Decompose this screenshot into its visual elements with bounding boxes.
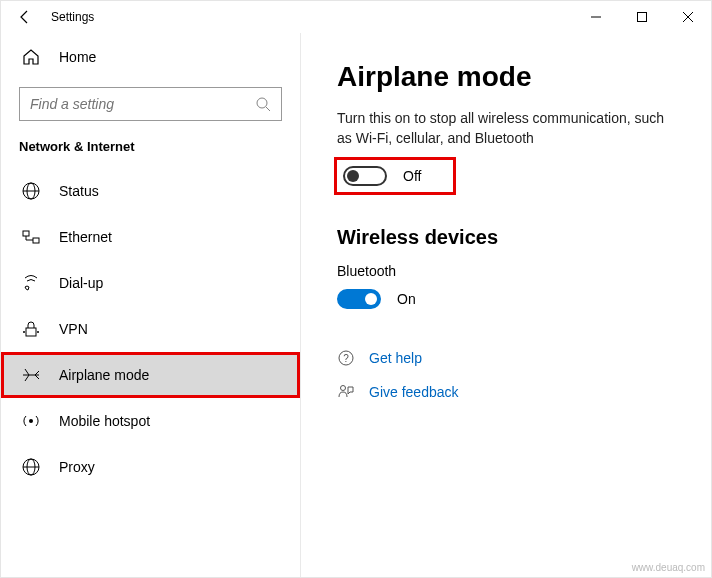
- home-icon: [21, 47, 41, 67]
- home-nav[interactable]: Home: [1, 37, 300, 77]
- sidebar-item-airplane[interactable]: Airplane mode: [1, 352, 300, 398]
- globe-icon: [21, 181, 41, 201]
- sidebar-item-dialup[interactable]: Dial-up: [1, 260, 300, 306]
- sidebar-item-label: Proxy: [41, 459, 95, 475]
- search-input[interactable]: [19, 87, 282, 121]
- feedback-icon: [337, 383, 355, 401]
- minimize-button[interactable]: [573, 1, 619, 33]
- sidebar-item-label: Ethernet: [41, 229, 112, 245]
- airplane-toggle-label: Off: [403, 168, 421, 184]
- bluetooth-label: Bluetooth: [337, 263, 675, 279]
- category-header: Network & Internet: [1, 139, 300, 168]
- svg-line-5: [266, 107, 270, 111]
- svg-point-12: [23, 331, 25, 333]
- bluetooth-toggle-label: On: [397, 291, 416, 307]
- window-title: Settings: [47, 10, 94, 24]
- vpn-icon: [21, 319, 41, 339]
- help-icon: ?: [337, 349, 355, 367]
- hotspot-icon: [21, 411, 41, 431]
- page-description: Turn this on to stop all wireless commun…: [337, 109, 675, 148]
- sidebar-item-label: Dial-up: [41, 275, 103, 291]
- feedback-text: Give feedback: [369, 384, 459, 400]
- sidebar-item-vpn[interactable]: VPN: [1, 306, 300, 352]
- svg-point-13: [37, 331, 39, 333]
- get-help-link[interactable]: ? Get help: [337, 349, 675, 367]
- svg-text:?: ?: [343, 353, 349, 364]
- airplane-toggle-group: Off: [337, 160, 453, 192]
- search-icon: [255, 96, 271, 112]
- proxy-icon: [21, 457, 41, 477]
- sidebar: Home Network & Internet Status Ethernet: [1, 33, 301, 577]
- svg-rect-11: [26, 328, 36, 336]
- sidebar-item-label: Status: [41, 183, 99, 199]
- bluetooth-toggle[interactable]: [337, 289, 381, 309]
- svg-point-20: [341, 386, 346, 391]
- page-title: Airplane mode: [337, 61, 675, 93]
- svg-rect-1: [638, 13, 647, 22]
- back-button[interactable]: [3, 1, 47, 33]
- sidebar-item-ethernet[interactable]: Ethernet: [1, 214, 300, 260]
- maximize-button[interactable]: [619, 1, 665, 33]
- dialup-icon: [21, 273, 41, 293]
- content-pane: Airplane mode Turn this on to stop all w…: [301, 33, 711, 577]
- close-button[interactable]: [665, 1, 711, 33]
- home-label: Home: [41, 49, 96, 65]
- svg-point-14: [29, 419, 33, 423]
- svg-rect-10: [33, 238, 39, 243]
- watermark: www.deuaq.com: [632, 562, 705, 573]
- svg-point-4: [257, 98, 267, 108]
- sidebar-item-label: VPN: [41, 321, 88, 337]
- airplane-toggle[interactable]: [343, 166, 387, 186]
- sidebar-item-label: Airplane mode: [41, 367, 149, 383]
- sidebar-item-hotspot[interactable]: Mobile hotspot: [1, 398, 300, 444]
- wireless-heading: Wireless devices: [337, 226, 675, 249]
- airplane-icon: [21, 365, 41, 385]
- sidebar-item-status[interactable]: Status: [1, 168, 300, 214]
- sidebar-item-proxy[interactable]: Proxy: [1, 444, 300, 490]
- ethernet-icon: [21, 227, 41, 247]
- get-help-text: Get help: [369, 350, 422, 366]
- search-field[interactable]: [30, 96, 255, 112]
- sidebar-item-label: Mobile hotspot: [41, 413, 150, 429]
- svg-rect-9: [23, 231, 29, 236]
- feedback-link[interactable]: Give feedback: [337, 383, 675, 401]
